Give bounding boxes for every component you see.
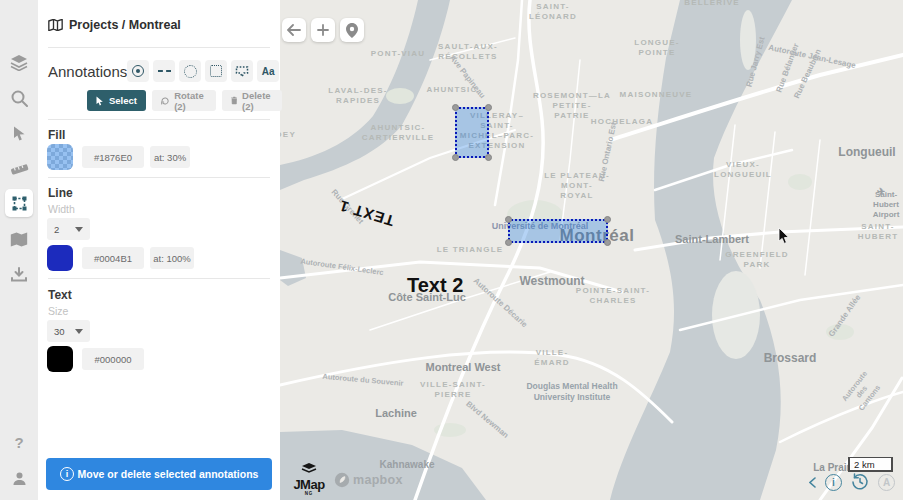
annotation-select-icon [12, 196, 27, 211]
annotations-title: Annotations [48, 63, 127, 80]
select-cursor-icon [96, 96, 104, 106]
export-button[interactable] [7, 262, 31, 286]
chevron-down-icon [75, 329, 83, 334]
scale-label: 2 km [854, 459, 875, 470]
text-color-swatch[interactable] [47, 346, 73, 372]
map-canvas[interactable]: SAINT- LÉONARDBELLERIVEPONT-VIAUSAULT-AU… [280, 0, 903, 500]
annotation-text-2[interactable]: Text 2 [407, 274, 463, 297]
info-icon: i [60, 467, 74, 481]
user-icon [12, 471, 27, 486]
tool-circle-button[interactable] [179, 60, 201, 82]
compass-button[interactable]: A [878, 474, 895, 491]
tool-text-button[interactable]: Aa [257, 60, 279, 82]
text-size-dropdown[interactable]: 30 [47, 320, 90, 342]
layers-icon [10, 54, 28, 71]
jmap-logo-icon [301, 463, 317, 474]
mapbox-logo-icon [334, 472, 350, 488]
tool-line-button[interactable] [153, 60, 175, 82]
jmap-logo-text: JMap [292, 478, 326, 491]
ruler-icon [10, 163, 29, 175]
map-roads [280, 0, 903, 500]
resize-handle[interactable] [604, 239, 611, 246]
map-icon [10, 232, 28, 247]
pin-icon [346, 23, 358, 38]
collapse-sidebar-button[interactable] [282, 18, 306, 42]
line-color-swatch[interactable] [47, 245, 73, 271]
text-tool-icon: Aa [262, 66, 275, 77]
line-hex-field[interactable]: #0004B1 [82, 247, 144, 269]
line-width-dropdown[interactable]: 2 [47, 218, 90, 240]
trash-icon [231, 95, 238, 106]
search-icon [11, 90, 28, 107]
resize-handle[interactable] [452, 154, 459, 161]
circle-icon [184, 65, 197, 78]
annotation-rectangle-2[interactable] [508, 219, 608, 243]
line-icon [158, 70, 171, 72]
point-icon [132, 65, 144, 77]
select-button[interactable]: Select [87, 90, 146, 111]
chevron-down-icon [75, 227, 83, 232]
resize-handle[interactable] [452, 104, 459, 111]
fill-color-swatch[interactable] [47, 144, 73, 170]
text-size-value: 30 [54, 326, 65, 337]
map-icon [48, 19, 63, 31]
back-arrow-icon [287, 24, 301, 36]
user-button[interactable] [7, 466, 31, 490]
rotate-button-label: Rotate (2) [174, 90, 206, 112]
resize-handle[interactable] [485, 154, 492, 161]
rotate-icon [161, 96, 169, 106]
resize-handle[interactable] [505, 239, 512, 246]
delete-button-label: Delete (2) [242, 90, 273, 112]
mapbox-logo-text: mapbox [353, 473, 403, 487]
rectangle-icon [210, 65, 222, 77]
hint-banner-text: Move or delete selected annotations [74, 468, 272, 480]
plus-icon [317, 24, 329, 36]
icon-rail: ? [0, 0, 38, 500]
text-size-label: Size [48, 305, 68, 317]
breadcrumb[interactable]: Projects / Montreal [48, 18, 181, 32]
fill-opacity-field[interactable]: at: 30% [150, 146, 190, 168]
compass-a-icon: A [883, 477, 890, 488]
download-icon [11, 267, 27, 282]
line-opacity-field[interactable]: at: 100% [150, 247, 194, 269]
help-icon: ? [14, 434, 23, 451]
tool-polygon-button[interactable] [231, 60, 253, 82]
jmap-logo: JMap NG [292, 460, 326, 496]
basemap-button[interactable] [7, 227, 31, 251]
line-width-label: Width [48, 203, 75, 215]
text-hex-field[interactable]: #000000 [82, 348, 144, 370]
zoom-in-button[interactable] [311, 18, 335, 42]
mouse-cursor [778, 228, 790, 245]
search-button[interactable] [7, 86, 31, 110]
locate-button[interactable] [340, 18, 364, 42]
mapbox-logo[interactable]: mapbox [334, 472, 403, 488]
delete-button[interactable]: Delete (2) [222, 90, 283, 111]
tool-point-button[interactable] [127, 60, 149, 82]
info-button[interactable]: i [825, 474, 842, 491]
select-button-label: Select [109, 95, 137, 106]
resize-handle[interactable] [604, 216, 611, 223]
rotate-button[interactable]: Rotate (2) [152, 90, 216, 111]
polygon-icon [235, 65, 249, 78]
annotations-tool-button[interactable] [5, 189, 33, 217]
fill-hex-field[interactable]: #1876E0 [82, 146, 144, 168]
map-scale: 2 km [848, 457, 893, 472]
measure-button[interactable] [7, 157, 31, 181]
resize-handle[interactable] [485, 104, 492, 111]
info-icon: i [832, 477, 835, 488]
line-width-value: 2 [54, 224, 59, 235]
line-section-title: Line [48, 186, 73, 200]
cursor-icon [13, 126, 26, 142]
resize-handle[interactable] [505, 216, 512, 223]
chevron-left-icon[interactable] [809, 477, 816, 488]
history-button[interactable] [851, 473, 869, 491]
select-tool-button[interactable] [7, 122, 31, 146]
app-window: SAINT- LÉONARDBELLERIVEPONT-VIAUSAULT-AU… [0, 0, 903, 500]
annotation-rectangle-1[interactable] [455, 107, 489, 158]
help-button[interactable]: ? [7, 430, 31, 454]
breadcrumb-text: Projects / Montreal [69, 18, 181, 32]
hint-banner: i Move or delete selected annotations [46, 458, 272, 490]
fill-section-title: Fill [48, 128, 65, 142]
tool-rectangle-button[interactable] [205, 60, 227, 82]
layers-button[interactable] [7, 50, 31, 74]
